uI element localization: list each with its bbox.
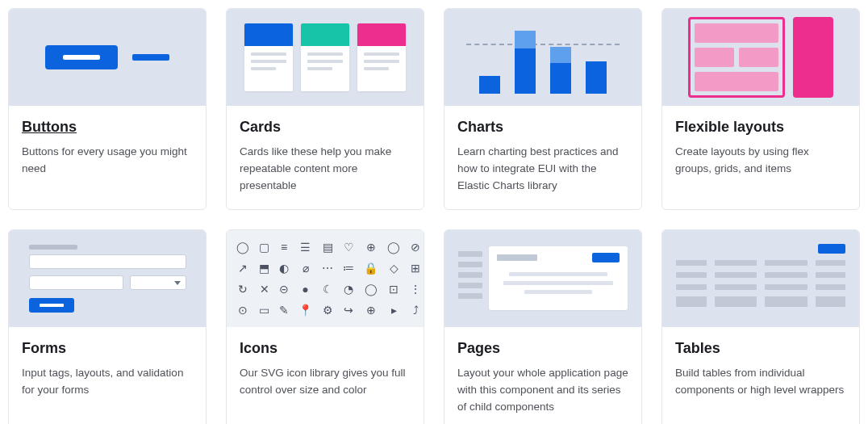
table-icon [676, 244, 845, 313]
mini-card-icon [357, 23, 406, 91]
card-title: Cards [240, 119, 411, 136]
card-description: Create layouts by using flex groups, gri… [675, 144, 846, 178]
card-description: Buttons for every usage you might need [22, 144, 193, 178]
thumb-tables [662, 230, 859, 327]
bar-chart-icon [466, 21, 620, 94]
primary-button-icon [45, 45, 118, 69]
thumb-icons: ◯▢≡☰▤♡⊕◯⊘ ↗⬒◐⌀⋯≔🔒◇⊞ ↻✕⊝●☾◔◯⊡⋮ ⊙▭✎📍⚙↪⊕▸⤴ [227, 230, 424, 327]
card-title: Icons [240, 340, 411, 357]
page-layout-icon [458, 246, 628, 310]
card-title: Forms [22, 340, 193, 357]
card-pages[interactable]: Pages Layout your whole application page… [444, 229, 642, 424]
card-description: Build tables from individual components … [675, 365, 846, 399]
card-cards[interactable]: Cards Cards like these help you make rep… [226, 8, 424, 210]
card-title: Flexible layouts [675, 119, 846, 136]
card-title: Buttons [22, 119, 193, 136]
small-button-icon [132, 54, 169, 61]
component-gallery-grid: Buttons Buttons for every usage you migh… [8, 8, 860, 424]
card-title: Pages [457, 340, 628, 357]
mini-card-icon [301, 23, 349, 91]
card-description: Layout your whole application page with … [457, 365, 628, 416]
card-title: Tables [675, 340, 846, 357]
card-tables[interactable]: Tables Build tables from individual comp… [661, 229, 860, 424]
card-description: Our SVG icon library gives you full cont… [240, 365, 411, 399]
thumb-cards [227, 9, 424, 106]
card-icons[interactable]: ◯▢≡☰▤♡⊕◯⊘ ↗⬒◐⌀⋯≔🔒◇⊞ ↻✕⊝●☾◔◯⊡⋮ ⊙▭✎📍⚙↪⊕▸⤴ … [226, 229, 424, 424]
icon-grid-icon: ◯▢≡☰▤♡⊕◯⊘ ↗⬒◐⌀⋯≔🔒◇⊞ ↻✕⊝●☾◔◯⊡⋮ ⊙▭✎📍⚙↪⊕▸⤴ [236, 241, 414, 317]
flex-layout-icon [688, 17, 833, 98]
form-icon [29, 245, 186, 313]
mini-card-icon [244, 23, 293, 91]
card-description: Cards like these help you make repeatabl… [240, 144, 411, 195]
card-charts[interactable]: Charts Learn charting best practices and… [444, 8, 642, 210]
card-flexible-layouts[interactable]: Flexible layouts Create layouts by using… [661, 8, 860, 210]
card-description: Input tags, layouts, and validation for … [22, 365, 193, 399]
card-title: Charts [457, 119, 628, 136]
card-description: Learn charting best practices and how to… [457, 144, 628, 195]
thumb-buttons [9, 9, 206, 106]
thumb-pages [444, 230, 641, 327]
thumb-forms [9, 230, 206, 327]
card-buttons[interactable]: Buttons Buttons for every usage you migh… [8, 8, 207, 210]
thumb-charts [444, 9, 641, 106]
thumb-flexible-layouts [662, 9, 859, 106]
card-forms[interactable]: Forms Input tags, layouts, and validatio… [8, 229, 207, 424]
